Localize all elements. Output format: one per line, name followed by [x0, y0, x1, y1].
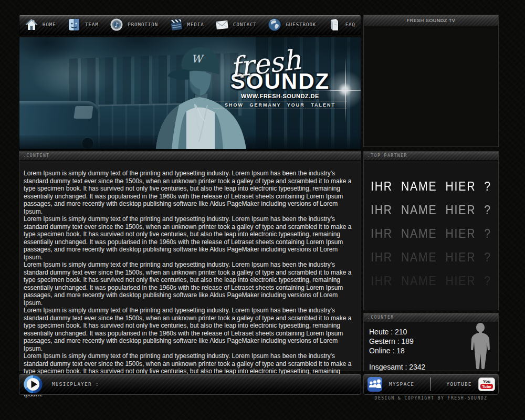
partner-slot[interactable]: IHR NAME HIER ? — [369, 175, 493, 198]
content-paragraph: Lorem Ipsum is simply dummy text of the … — [24, 170, 358, 215]
musicplayer-label: MUSICPLAYER : — [52, 382, 99, 387]
nav-item-contact[interactable]: CONTACT — [215, 15, 257, 34]
myspace-label: MYSPACE — [389, 382, 414, 387]
youtube-label: YOUTUBE — [447, 382, 472, 387]
person-silhouette-icon — [466, 322, 495, 370]
media-icon — [170, 18, 183, 32]
partner-slot[interactable]: IHR NAME HIER ? — [369, 198, 493, 222]
logo-tagline: SHOW GERMANY YOUR TALENT — [213, 101, 347, 109]
nav-item-guestbook[interactable]: GUESTBOOK — [268, 15, 316, 34]
social-bar: MYSPACE YOUTUBE You Tube — [363, 374, 499, 395]
play-icon[interactable] — [24, 375, 43, 394]
social-divider — [430, 377, 431, 391]
copyright-text: DESIGN & COPYRIGHT BY FRESH-SOUNDZ — [363, 396, 499, 401]
top-partner-header: .TOP PARTNER — [364, 152, 498, 161]
nav-item-label: MEDIA — [187, 22, 204, 27]
tv-panel: FRESH SOUNDZ TV — [363, 15, 499, 147]
top-partner-list: IHR NAME HIER ?IHR NAME HIER ?IHR NAME H… — [364, 161, 498, 293]
youtube-link[interactable]: YOUTUBE You Tube — [447, 377, 495, 391]
myspace-icon — [367, 376, 383, 392]
content-paragraph: Lorem Ipsum is simply dummy text of the … — [24, 307, 358, 352]
musicplayer-bar: MUSICPLAYER : — [19, 374, 361, 395]
home-icon — [25, 18, 38, 32]
partner-slot[interactable]: IHR NAME HIER ? — [369, 246, 493, 269]
nav-item-media[interactable]: MEDIA — [170, 15, 204, 34]
svg-text:Tube: Tube — [482, 384, 491, 389]
nav-item-label: FAQ — [345, 22, 355, 27]
nav-item-faq[interactable]: FAQ — [328, 15, 355, 34]
nav-item-label: HOME — [43, 22, 56, 27]
content-paragraph: Lorem Ipsum is simply dummy text of the … — [24, 261, 358, 307]
partner-slot[interactable]: IHR NAME HIER ? — [369, 269, 493, 293]
content-panel: .CONTENT Lorem Ipsum is simply dummy tex… — [19, 151, 361, 371]
faq-icon — [328, 18, 341, 32]
counter-panel: .COUNTER Heute : 210Gestern : 189Online … — [363, 313, 499, 371]
nav-item-label: CONTACT — [233, 22, 257, 27]
svg-text:♪: ♪ — [114, 21, 119, 29]
nav-item-team[interactable]: TEAM — [67, 15, 99, 34]
nav-item-promotion[interactable]: ♪PROMOTION — [110, 15, 158, 34]
tv-header: FRESH SOUNDZ TV — [364, 15, 498, 26]
site-logo: fresh SOUNDZ WWW.FRESH-SOUNDZ.DE SHOW GE… — [213, 50, 347, 109]
content-header: .CONTENT — [19, 152, 361, 161]
guestbook-icon — [268, 18, 281, 32]
nav-item-label: PROMOTION — [128, 22, 158, 27]
main-nav: HOMETEAM♪PROMOTIONMEDIACONTACTGUESTBOOKF… — [19, 15, 361, 35]
nav-item-home[interactable]: HOME — [25, 15, 56, 34]
logo-website-url: WWW.FRESH-SOUNDZ.DE — [213, 93, 347, 99]
content-paragraph: Lorem Ipsum is simply dummy text of the … — [24, 215, 358, 261]
top-partner-panel: .TOP PARTNER IHR NAME HIER ?IHR NAME HIE… — [363, 151, 499, 310]
header-banner: W fresh SOUNDZ WWW.FRESH-SOUNDZ.DE SHOW … — [19, 37, 361, 150]
counter-header: .COUNTER — [364, 313, 498, 322]
contact-icon — [215, 18, 229, 32]
partner-slot[interactable]: IHR NAME HIER ? — [369, 222, 493, 246]
content-body: Lorem Ipsum is simply dummy text of the … — [19, 161, 361, 398]
myspace-link[interactable]: MYSPACE — [367, 376, 414, 392]
nav-item-label: GUESTBOOK — [286, 22, 316, 27]
svg-text:You: You — [483, 379, 491, 384]
team-icon — [67, 18, 81, 32]
tv-video-area[interactable] — [364, 26, 498, 146]
counter-body: Heute : 210Gestern : 189Online : 18 Insg… — [364, 322, 498, 371]
youtube-icon: You Tube — [478, 377, 495, 391]
promotion-icon: ♪ — [110, 18, 123, 32]
nav-item-label: TEAM — [85, 22, 99, 27]
